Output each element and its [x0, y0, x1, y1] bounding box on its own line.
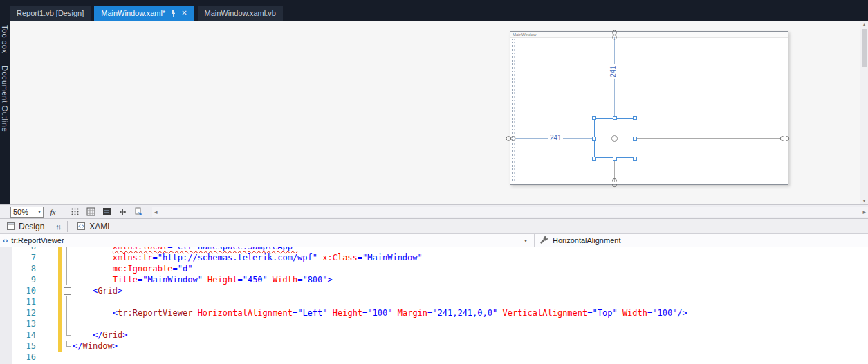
outlining-margin	[62, 341, 73, 352]
design-pane-icon	[7, 222, 15, 230]
line-number: 6	[0, 247, 41, 252]
code-text: Title="MainWindow" Height="450" Width="8…	[73, 274, 868, 285]
toolbox-tab[interactable]: Toolbox	[1, 25, 9, 53]
resize-handle-nw[interactable]	[592, 116, 596, 120]
left-anchor-closed-chain-icon[interactable]	[506, 135, 516, 142]
artboard-window-preview[interactable]: MainWindow 241 241	[510, 31, 788, 185]
code-line-9[interactable]: 9 Title="MainWindow" Height="450" Width=…	[0, 274, 868, 285]
code-lines: 6 xmlns:local="clr-namespace:SampleApp"7…	[0, 247, 868, 363]
scrollbar-thumb[interactable]	[862, 29, 867, 67]
code-text: <tr:ReportViewer HorizontalAlignment="Le…	[73, 307, 868, 318]
outlining-margin	[62, 247, 73, 252]
snap-to-gridlines-button[interactable]	[84, 207, 98, 218]
resize-handle-w[interactable]	[592, 137, 596, 141]
tab-report1-design[interactable]: Report1.vb [Design]	[10, 6, 91, 21]
outlining-collapse-box[interactable]	[62, 285, 73, 296]
right-anchor-open-chain-icon[interactable]	[779, 135, 790, 142]
designer-vertical-scrollbar[interactable]: ▴ ▾	[860, 21, 868, 204]
pin-icon[interactable]	[170, 9, 176, 17]
selected-property-label: HorizontalAlignment	[553, 236, 620, 245]
xaml-pane-icon	[77, 222, 85, 230]
toolbar-separator	[64, 207, 64, 217]
design-surface[interactable]: MainWindow 241 241	[10, 21, 860, 204]
resize-handle-ne[interactable]	[633, 116, 637, 120]
resize-handle-se[interactable]	[633, 157, 637, 161]
tab-mainwindow-xaml-vb[interactable]: MainWindow.xaml.vb	[198, 6, 283, 21]
reportviewer-control-selection[interactable]	[594, 118, 634, 158]
document-arrow-icon	[134, 207, 143, 216]
code-line-10[interactable]: 10 <Grid>	[0, 285, 868, 296]
top-anchor-closed-chain-icon[interactable]	[611, 30, 618, 40]
code-line-8[interactable]: 8 mc:Ignorable="d"	[0, 263, 868, 274]
zoom-value: 50%	[13, 208, 28, 216]
zoom-level-select[interactable]: 50% ▾	[10, 207, 44, 218]
reportviewer-placeholder-icon	[611, 135, 618, 142]
window-left-edge-guide-2	[514, 39, 515, 182]
selected-element-label: tr:ReportViewer	[11, 236, 64, 245]
property-selector[interactable]: HorizontalAlignment	[535, 234, 620, 247]
tab-mainwindow-xaml[interactable]: MainWindow.xaml* ✕	[94, 6, 194, 21]
visual-studio-window: Report1.vb [Design] MainWindow.xaml* ✕ M…	[0, 0, 868, 364]
outlining-margin	[62, 252, 73, 263]
line-number: 9	[0, 274, 41, 285]
main-area: Toolbox Document Outline MainWindow 241 …	[0, 21, 868, 204]
designer-horizontal-scrollbar[interactable]: ◂ ▸	[152, 207, 868, 217]
code-line-14[interactable]: 14 </Grid>	[0, 329, 868, 341]
outlining-margin	[62, 263, 73, 274]
element-navigator-bar: ‹› tr:ReportViewer ▾ HorizontalAlignment	[0, 233, 868, 247]
chevron-down-icon: ▾	[524, 238, 527, 244]
scroll-up-icon[interactable]: ▴	[860, 21, 868, 28]
close-icon[interactable]: ✕	[181, 10, 187, 17]
element-selector-dropdown[interactable]: ‹› tr:ReportViewer ▾	[0, 234, 534, 247]
line-number: 13	[0, 318, 41, 329]
xaml-code-editor[interactable]: 6 xmlns:local="clr-namespace:SampleApp"7…	[0, 247, 868, 364]
scroll-down-icon[interactable]: ▾	[860, 198, 868, 204]
show-snap-grid-button[interactable]	[68, 207, 82, 218]
resize-handle-e[interactable]	[633, 137, 637, 141]
snapping-icon	[102, 207, 111, 216]
code-text: xmlns:tr="http://schemas.telerik.com/wpf…	[73, 252, 868, 263]
window-left-edge-guide	[512, 39, 513, 182]
outlining-margin	[62, 352, 73, 363]
scroll-right-icon[interactable]: ▸	[862, 209, 866, 215]
left-tool-window-tabs: Toolbox Document Outline	[0, 21, 10, 204]
design-pane-tab[interactable]: Design	[0, 219, 51, 233]
bottom-anchor-open-chain-icon[interactable]	[611, 178, 618, 188]
line-number: 11	[0, 296, 41, 307]
line-number: 16	[0, 352, 41, 363]
pane-switcher-bar: Design ↑↓ XAML	[0, 218, 868, 233]
toggle-effects-button[interactable]: fx	[46, 207, 59, 218]
wrench-icon	[539, 236, 548, 245]
line-number: 8	[0, 263, 41, 274]
code-line-6[interactable]: 6 xmlns:local="clr-namespace:SampleApp"	[0, 247, 868, 252]
toggle-snapping-button[interactable]	[100, 207, 113, 218]
chevron-down-icon: ▾	[38, 209, 41, 215]
swap-panes-button[interactable]: ↑↓	[51, 222, 64, 231]
scroll-left-icon[interactable]: ◂	[154, 209, 158, 215]
code-line-11[interactable]: 11	[0, 296, 868, 307]
document-outline-tab[interactable]: Document Outline	[1, 66, 9, 132]
pane-separator	[67, 221, 68, 232]
code-line-13[interactable]: 13	[0, 318, 868, 329]
line-number: 7	[0, 252, 41, 263]
tab-label: MainWindow.xaml.vb	[205, 9, 276, 17]
xaml-pane-label: XAML	[89, 222, 112, 231]
dot-grid-icon	[71, 207, 80, 216]
snaplines-button[interactable]	[116, 207, 129, 218]
code-line-15[interactable]: 15</Window>	[0, 341, 868, 352]
align-arrows-icon	[118, 207, 127, 216]
xaml-pane-tab[interactable]: XAML	[71, 219, 119, 233]
line-number: 14	[0, 329, 41, 341]
artboard-window-title: MainWindow	[510, 32, 788, 38]
code-line-16[interactable]: 16	[0, 352, 868, 363]
code-text	[73, 296, 868, 307]
resize-handle-s[interactable]	[613, 157, 617, 161]
code-line-12[interactable]: 12 <tr:ReportViewer HorizontalAlignment=…	[0, 307, 868, 318]
resize-handle-n[interactable]	[613, 116, 617, 120]
resize-handle-sw[interactable]	[592, 157, 596, 161]
code-text	[73, 318, 868, 329]
outlining-margin	[62, 307, 73, 318]
disable-project-code-button[interactable]	[132, 207, 145, 218]
document-tab-bar: Report1.vb [Design] MainWindow.xaml* ✕ M…	[0, 0, 868, 21]
code-line-7[interactable]: 7 xmlns:tr="http://schemas.telerik.com/w…	[0, 252, 868, 263]
